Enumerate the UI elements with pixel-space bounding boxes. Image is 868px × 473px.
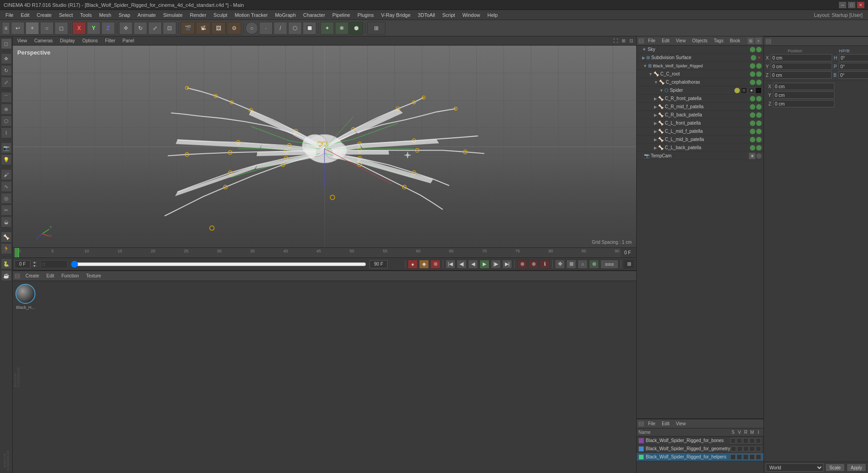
menu-select[interactable]: Select — [55, 11, 77, 19]
toolbar-transform-z[interactable]: Z — [101, 22, 115, 35]
material-item-1[interactable]: Black_H... — [15, 284, 35, 310]
pb-extra-6[interactable]: ○ — [578, 260, 588, 269]
left-tool-nurbs[interactable]: ⊕ — [1, 104, 12, 115]
mat-menu-create[interactable]: Create — [24, 272, 41, 279]
pb-extra-3[interactable]: ℹ — [540, 260, 550, 269]
obj-row-l-midb-patella[interactable]: ▶ 🦴 C_L_mid_b_patella — [637, 136, 763, 144]
toolbar-render-active[interactable]: 📽 — [196, 22, 210, 35]
toolbar-transform-y[interactable]: Y — [87, 22, 100, 35]
coord-sy-input[interactable] — [773, 91, 834, 99]
left-tool-smooth[interactable]: ◎ — [1, 193, 12, 204]
menu-window[interactable]: Window — [459, 11, 484, 19]
menu-animate[interactable]: Animate — [134, 11, 160, 19]
menu-character[interactable]: Character — [299, 11, 329, 19]
menu-render[interactable]: Render — [186, 11, 210, 19]
obj-row-r-back-patella[interactable]: ▶ 🦴 C_R_back_patella — [637, 111, 763, 119]
obj-menu-view[interactable]: View — [673, 38, 688, 44]
menu-snap[interactable]: Snap — [115, 11, 134, 19]
toolbar-poly-mode[interactable]: ⬡ — [288, 22, 302, 35]
layer-check-r-bones[interactable] — [743, 438, 748, 443]
play-forward[interactable]: ▶ — [479, 260, 489, 269]
mat-menu-edit[interactable]: Edit — [45, 272, 56, 279]
toolbar-transform-x[interactable]: X — [72, 22, 86, 35]
prev-keyframe[interactable]: ◀| — [457, 260, 467, 269]
go-to-end[interactable]: ▶| — [502, 260, 512, 269]
left-tool-rotate[interactable]: ↻ — [1, 65, 12, 76]
layer-check-r-help[interactable] — [743, 454, 748, 460]
layer-check-i-help[interactable] — [756, 454, 761, 460]
layer-check-s-help[interactable] — [730, 454, 736, 460]
timeline-scrubber[interactable] — [71, 261, 366, 268]
obj-row-cephalothorax[interactable]: ▼ 🦴 C_cephalothorax — [637, 78, 763, 86]
current-frame-input[interactable] — [15, 260, 30, 268]
obj-menu-book[interactable]: Book — [728, 38, 743, 44]
toolbar-extra-1[interactable]: ✦ — [320, 22, 334, 35]
layer-row-geometry[interactable]: Black_Wolf_Spider_Rigged_for_geometry — [637, 445, 763, 453]
toolbar-render-to-pic[interactable]: 🖼 — [211, 22, 226, 35]
toolbar-mode-1[interactable]: ≡ — [2, 22, 10, 35]
vp-menu-display[interactable]: Display — [57, 38, 78, 44]
layer-check-m-geo[interactable] — [749, 446, 755, 452]
toolbar-scale[interactable]: ⤢ — [148, 22, 162, 35]
layer-check-v-help[interactable] — [737, 454, 742, 460]
obj-menu-objects[interactable]: Objects — [690, 38, 710, 44]
pb-extra-2[interactable]: ⊕ — [529, 260, 539, 269]
menu-motion-tracker[interactable]: Motion Tracker — [231, 11, 271, 19]
coord-h-input[interactable] — [839, 54, 868, 61]
obj-row-tempcam[interactable]: 📷 TempCam ◉ — [637, 152, 763, 160]
menu-simulate[interactable]: Simulate — [160, 11, 186, 19]
left-tool-knife[interactable]: ✂ — [1, 205, 12, 216]
left-tool-paint[interactable]: 🖌 — [1, 169, 12, 180]
toolbar-select-rect[interactable]: ⊡ — [163, 22, 176, 35]
layer-check-m-help[interactable] — [749, 454, 755, 460]
layer-check-s-bones[interactable] — [730, 438, 736, 443]
world-dropdown[interactable]: World Object Parent — [766, 463, 823, 472]
menu-help[interactable]: Help — [484, 11, 502, 19]
obj-menu-file[interactable]: File — [646, 38, 658, 44]
maximize-button[interactable]: □ — [848, 2, 855, 8]
coord-sx-input[interactable] — [773, 83, 834, 90]
menu-plugins[interactable]: Plugins — [354, 11, 377, 19]
toolbar-uv-mode[interactable]: 🔲 — [303, 22, 316, 35]
coord-sz-input[interactable] — [773, 100, 834, 107]
toolbar-snap[interactable]: ⊞ — [367, 22, 385, 35]
menu-edit[interactable]: Edit — [17, 11, 33, 19]
menu-pipeline[interactable]: Pipeline — [329, 11, 354, 19]
left-tool-camera[interactable]: 📷 — [1, 142, 12, 153]
left-tool-primitive[interactable]: ⬡ — [1, 116, 12, 126]
pb-extra-5[interactable]: ⊠ — [566, 260, 576, 269]
pb-extra-8[interactable]: ≡≡≡ — [600, 260, 619, 269]
menu-sculpt[interactable]: Sculpt — [210, 11, 231, 19]
autokey-button[interactable]: ◆ — [419, 260, 429, 269]
left-tool-magnet[interactable]: ∿ — [1, 181, 12, 192]
layer-check-i-bones[interactable] — [756, 438, 761, 443]
menu-vray[interactable]: V-Ray Bridge — [378, 11, 414, 19]
layer-menu-file[interactable]: File — [646, 421, 658, 427]
obj-menu-edit[interactable]: Edit — [659, 38, 672, 44]
toolbar-extra-2[interactable]: ❋ — [335, 22, 349, 35]
toolbar-open[interactable]: ○ — [40, 22, 54, 35]
toolbar-obj-mode[interactable]: ○ — [245, 22, 258, 35]
toolbar-render-region[interactable]: 🎬 — [180, 22, 195, 35]
record-active-objects[interactable]: ⊛ — [430, 260, 440, 269]
coord-x-pos-input[interactable] — [771, 54, 832, 61]
obj-row-ccroot[interactable]: ▼ 🦴 C_C_root — [637, 70, 763, 78]
obj-row-l-front-patella[interactable]: ▶ 🦴 C_L_front_patella — [637, 119, 763, 127]
left-tool-deformer[interactable]: ⌇ — [1, 127, 12, 138]
pb-extra-9[interactable]: ⊞ — [624, 260, 634, 269]
frame-step-up[interactable]: ▲ — [32, 261, 37, 264]
left-tool-rigging[interactable]: 🦴 — [1, 231, 12, 242]
end-frame-input[interactable] — [369, 260, 388, 268]
left-tool-character[interactable]: 🏃 — [1, 243, 12, 254]
toolbar-undo[interactable]: ↩ — [11, 22, 25, 35]
layer-check-i-geo[interactable] — [756, 446, 761, 452]
vp-menu-panel[interactable]: Panel — [120, 38, 137, 44]
viewport-canvas[interactable]: Perspective — [13, 45, 636, 247]
menu-file[interactable]: File — [2, 11, 17, 19]
layer-check-s-geo[interactable] — [731, 446, 736, 452]
toolbar-new[interactable]: + — [25, 22, 39, 35]
vp-menu-view[interactable]: View — [15, 38, 30, 44]
menu-create[interactable]: Create — [33, 11, 55, 19]
menu-script[interactable]: Script — [439, 11, 459, 19]
obj-mgr-icon-2[interactable]: × — [755, 38, 762, 44]
